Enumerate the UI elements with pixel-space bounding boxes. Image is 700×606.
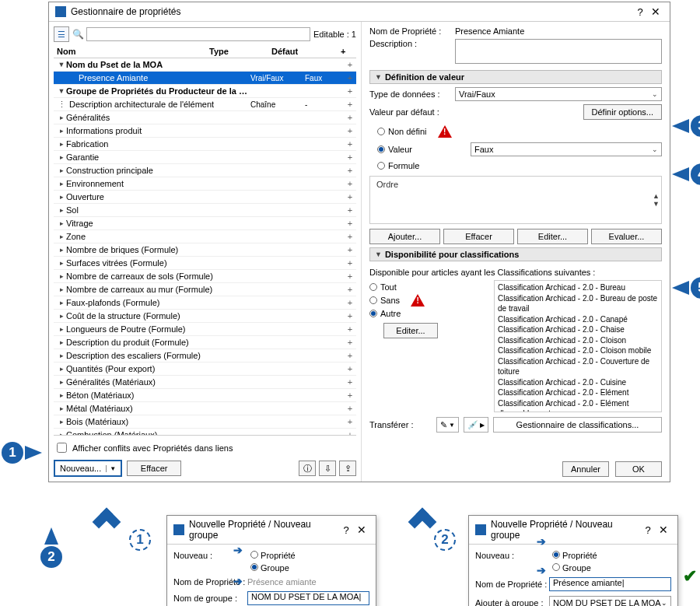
tree-row[interactable]: ▸Longueurs de Poutre (Formule)+ (54, 323, 356, 336)
tree-row[interactable]: ▸Description du produit (Formule)+ (54, 336, 356, 349)
pointer-arrow: ➔ (537, 564, 546, 576)
classification-item[interactable]: Classification Archicad - 2.0 - Couvertu… (498, 356, 658, 377)
classification-item[interactable]: Classification Archicad - 2.0 - Chaise (498, 324, 658, 335)
tree-row[interactable]: ▸Généralités (Matériaux)+ (54, 376, 356, 389)
classification-item[interactable]: Classification Archicad - 2.0 - Elément … (498, 398, 658, 413)
help-button[interactable]: ? (640, 524, 656, 536)
right-pane: Nom de Propriété : Presence Amiante Desc… (362, 22, 670, 482)
tree-row[interactable]: ▸Métal (Matériaux)+ (54, 402, 356, 415)
order-box[interactable]: Ordre ▲▼ (369, 176, 662, 224)
info-icon[interactable]: ⓘ (299, 461, 316, 476)
group-name-label: Nom de groupe : (173, 594, 247, 603)
radio-property[interactable] (552, 551, 560, 559)
add-to-group-label: Ajouter à groupe : (475, 598, 549, 606)
cancel-button[interactable]: Annuler (562, 461, 609, 477)
conflicts-checkbox[interactable] (57, 443, 67, 453)
search-input[interactable] (86, 27, 310, 41)
tree-row[interactable]: ▼Groupe de Propriétés du Producteur de l… (54, 85, 356, 98)
tree-row[interactable]: ▸Construction principale+ (54, 164, 356, 177)
tree-row[interactable]: ▸Vitrage+ (54, 217, 356, 230)
edit-value-button[interactable]: Editer... (517, 229, 588, 244)
description-input[interactable] (455, 39, 662, 64)
tree-row[interactable]: Presence AmianteVrai/FauxFaux+ (54, 72, 356, 85)
default-value-select[interactable]: Faux⌄ (471, 142, 662, 156)
radio-all[interactable] (369, 283, 377, 291)
radio-undefined[interactable] (377, 128, 385, 135)
tree-row[interactable]: ▸Fabrication+ (54, 138, 356, 151)
col-name[interactable]: Nom (54, 47, 209, 56)
tree-row[interactable]: ▸Combustion (Matériaux)+ (54, 429, 356, 436)
close-button[interactable]: ✕ (354, 524, 369, 536)
import-icon[interactable]: ⇩ (319, 461, 336, 476)
erase-button[interactable]: Effacer (127, 461, 181, 476)
help-button[interactable]: ? (338, 524, 354, 536)
tree-row[interactable]: ▸Environnement+ (54, 177, 356, 191)
classification-item[interactable]: Classification Archicad - 2.0 - Cuisine (498, 377, 658, 388)
edit-classification-button[interactable]: Editer... (383, 323, 438, 338)
tree-row[interactable]: ▸Sol+ (54, 204, 356, 217)
classification-item[interactable]: Classification Archicad - 2.0 - Elément (498, 387, 658, 398)
add-to-group-select[interactable]: NOM DU PSET DE LA MOA⌄ (549, 596, 671, 606)
new-button[interactable]: Nouveau...▼ (54, 460, 122, 477)
dialog-title: Nouvelle Propriété / Nouveau groupe (491, 519, 640, 541)
tree-row[interactable]: ▼Nom du Pset de la MOA+ (54, 58, 356, 72)
classification-item[interactable]: Classification Archicad - 2.0 - Bureau d… (498, 293, 658, 314)
move-down-icon[interactable]: ▼ (653, 200, 660, 208)
erase-value-button[interactable]: Effacer (443, 229, 514, 244)
col-add: + (341, 47, 356, 56)
classification-list[interactable]: Classification Archicad - 2.0 - BureauCl… (494, 280, 662, 412)
list-mode-button[interactable]: ☰ (54, 26, 69, 42)
tree-row[interactable]: ▸Nombre de carreaux de sols (Formule)+ (54, 270, 356, 283)
tree-row[interactable]: ⋮Description architecturale de l'élément… (54, 98, 356, 111)
radio-formula[interactable] (377, 162, 385, 170)
export-icon[interactable]: ⇪ (339, 461, 356, 476)
ok-button[interactable]: OK (615, 461, 662, 477)
search-icon: 🔍 (72, 29, 83, 40)
radio-none[interactable] (369, 296, 377, 304)
tree-row[interactable]: ▸Surfaces vitrées (Formule)+ (54, 257, 356, 270)
col-default[interactable]: Défaut (271, 47, 341, 56)
radio-group[interactable] (552, 563, 560, 571)
tree-row[interactable]: ▸Quantités (Pour export)+ (54, 363, 356, 376)
prop-name-input[interactable]: Présence amiante| (549, 577, 671, 591)
col-type[interactable]: Type (209, 47, 271, 56)
tree-row[interactable]: ▸Nombre de carreaux au mur (Formule)+ (54, 283, 356, 296)
classification-manager-button[interactable]: Gestionnaire de classifications... (493, 417, 662, 433)
radio-other[interactable] (369, 310, 377, 317)
description-label: Description : (369, 39, 455, 48)
evaluate-button[interactable]: Evaluer... (591, 229, 662, 244)
tree-row[interactable]: ▸Coût de la structure (Formule)+ (54, 310, 356, 323)
define-options-button[interactable]: Définir options... (583, 104, 662, 120)
group-name-input[interactable]: NOM DU PSET DE LA MOA| (247, 591, 369, 605)
pick-button[interactable]: ✎ ▼ (436, 417, 459, 433)
add-button[interactable]: Ajouter... (369, 229, 440, 244)
close-button[interactable]: ✕ (656, 524, 671, 536)
close-button[interactable]: ✕ (648, 5, 663, 18)
classification-item[interactable]: Classification Archicad - 2.0 - Canapé (498, 314, 658, 325)
tree-row[interactable]: ▸Ouverture+ (54, 191, 356, 204)
tree-row[interactable]: ▸Description des escaliers (Formule)+ (54, 349, 356, 363)
new-property-dialog-2: Nouvelle Propriété / Nouveau groupe ? ✕ … (468, 515, 678, 606)
tree-row[interactable]: ▸Faux-plafonds (Formule)+ (54, 296, 356, 310)
help-button[interactable]: ? (632, 6, 648, 18)
radio-value[interactable] (377, 145, 385, 153)
classification-item[interactable]: Classification Archicad - 2.0 - Cloison … (498, 345, 658, 356)
tree-row[interactable]: ▸Zone+ (54, 230, 356, 243)
tree-row[interactable]: ▸Nombre de briques (Formule)+ (54, 243, 356, 257)
datatype-select[interactable]: Vrai/Faux⌄ (455, 87, 662, 101)
move-up-icon[interactable]: ▲ (653, 192, 660, 200)
section-value-def[interactable]: ▼Définition de valeur (369, 70, 662, 84)
tree-row[interactable]: ▸Généralités+ (54, 111, 356, 124)
tree-row[interactable]: ▸Garantie+ (54, 151, 356, 164)
radio-property[interactable] (250, 551, 258, 559)
property-tree[interactable]: ▼Nom du Pset de la MOA+Presence AmianteV… (54, 58, 356, 436)
radio-group[interactable] (250, 563, 258, 571)
tree-row[interactable]: ▸Informations produit+ (54, 124, 356, 138)
inject-button[interactable]: 💉 ▶ (464, 417, 488, 433)
dialog-title: Nouvelle Propriété / Nouveau groupe (189, 519, 338, 541)
tree-row[interactable]: ▸Béton (Matériaux)+ (54, 389, 356, 402)
classification-item[interactable]: Classification Archicad - 2.0 - Bureau (498, 282, 658, 293)
section-availability[interactable]: ▼Disponibilité pour classifications (369, 247, 662, 261)
classification-item[interactable]: Classification Archicad - 2.0 - Cloison (498, 335, 658, 346)
tree-row[interactable]: ▸Bois (Matériaux)+ (54, 415, 356, 429)
